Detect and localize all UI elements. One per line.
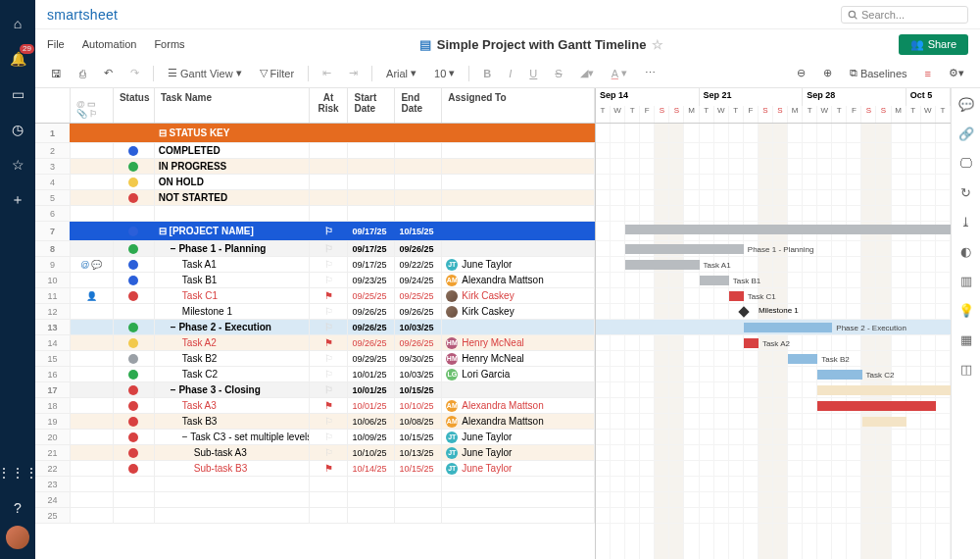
- startdate-cell[interactable]: [348, 477, 395, 491]
- gantt-row[interactable]: [596, 508, 951, 524]
- task-cell[interactable]: COMPLETED: [155, 143, 310, 158]
- idea-icon[interactable]: 💡: [958, 302, 974, 318]
- row-indicators[interactable]: [71, 124, 114, 142]
- atrisk-cell[interactable]: ⚐: [310, 241, 349, 256]
- grid-row[interactable]: 3IN PROGRESS: [35, 159, 595, 175]
- menu-automation[interactable]: Automation: [82, 38, 137, 50]
- enddate-cell[interactable]: [395, 143, 442, 158]
- assigned-cell[interactable]: Kirk Caskey: [442, 304, 595, 319]
- enddate-cell[interactable]: [395, 124, 442, 142]
- row-indicators[interactable]: [71, 351, 114, 366]
- status-cell[interactable]: [114, 288, 155, 303]
- enddate-cell[interactable]: 09/25/25: [395, 288, 442, 303]
- gantt-bar[interactable]: Task B2: [788, 354, 817, 364]
- grid-row[interactable]: 5NOT STARTED: [35, 190, 595, 206]
- status-cell[interactable]: [114, 335, 155, 350]
- enddate-cell[interactable]: 10/15/25: [395, 430, 442, 444]
- atrisk-cell[interactable]: [310, 492, 349, 507]
- status-cell[interactable]: [114, 382, 155, 397]
- row-number[interactable]: 21: [35, 445, 71, 460]
- startdate-cell[interactable]: 09/26/25: [348, 335, 395, 350]
- col-atrisk[interactable]: At Risk: [310, 88, 349, 123]
- undo-icon[interactable]: ↶: [100, 65, 117, 81]
- col-indicators[interactable]: @ ▭ 📎 ⚐: [71, 88, 114, 123]
- bold-icon[interactable]: B: [479, 66, 495, 81]
- gantt-bar[interactable]: Task A1: [625, 260, 699, 270]
- gantt-row[interactable]: [596, 414, 951, 430]
- row-indicators[interactable]: [71, 304, 114, 319]
- task-cell[interactable]: Sub-task A3: [155, 445, 310, 460]
- startdate-cell[interactable]: [348, 175, 395, 189]
- task-cell[interactable]: Task B3: [155, 414, 310, 429]
- folder-icon[interactable]: ▭: [6, 82, 29, 106]
- row-number[interactable]: 11: [35, 288, 71, 303]
- view-switcher[interactable]: ☰ Gantt View ▾: [164, 65, 246, 81]
- row-indicators[interactable]: [71, 492, 114, 507]
- atrisk-cell[interactable]: ⚐: [310, 320, 349, 334]
- gantt-row[interactable]: [596, 159, 951, 175]
- indent-icon[interactable]: ⇥: [345, 65, 362, 81]
- status-cell[interactable]: [114, 257, 155, 272]
- gantt-row[interactable]: [596, 175, 951, 190]
- add-icon[interactable]: ＋: [6, 188, 29, 212]
- row-number[interactable]: 14: [35, 335, 71, 350]
- gantt-row[interactable]: [596, 382, 951, 398]
- startdate-cell[interactable]: 09/26/25: [348, 320, 395, 334]
- task-cell[interactable]: Milestone 1: [155, 304, 310, 319]
- assigned-cell[interactable]: [442, 320, 595, 334]
- atrisk-cell[interactable]: ⚐: [310, 445, 349, 460]
- assigned-cell[interactable]: [442, 175, 595, 189]
- row-indicators[interactable]: [71, 222, 114, 240]
- startdate-cell[interactable]: 10/06/25: [348, 414, 395, 429]
- assigned-cell[interactable]: AMAlexandra Mattson: [442, 273, 595, 287]
- status-cell[interactable]: [114, 367, 155, 381]
- assigned-cell[interactable]: [442, 190, 595, 205]
- gantt-bar[interactable]: Task B1: [700, 276, 729, 285]
- status-cell[interactable]: [114, 206, 155, 221]
- status-cell[interactable]: [114, 492, 155, 507]
- startdate-cell[interactable]: [348, 508, 395, 523]
- assigned-cell[interactable]: [442, 143, 595, 158]
- atrisk-cell[interactable]: [310, 143, 349, 158]
- task-cell[interactable]: − Phase 3 - Closing: [155, 382, 310, 397]
- menu-file[interactable]: File: [47, 38, 65, 50]
- row-number[interactable]: 12: [35, 304, 71, 319]
- row-number[interactable]: 10: [35, 273, 71, 287]
- enddate-cell[interactable]: 10/13/25: [395, 445, 442, 460]
- notifications-icon[interactable]: 🔔29: [6, 47, 29, 71]
- atrisk-cell[interactable]: ⚑: [310, 398, 349, 413]
- gantt-row[interactable]: [596, 124, 951, 143]
- status-cell[interactable]: [114, 508, 155, 523]
- grid-row[interactable]: 4ON HOLD: [35, 175, 595, 190]
- assigned-cell[interactable]: AMAlexandra Mattson: [442, 398, 595, 413]
- row-indicators[interactable]: [71, 508, 114, 523]
- status-cell[interactable]: [114, 398, 155, 413]
- row-number[interactable]: 20: [35, 430, 71, 444]
- status-cell[interactable]: [114, 190, 155, 205]
- task-cell[interactable]: ON HOLD: [155, 175, 310, 189]
- assigned-cell[interactable]: [442, 124, 595, 142]
- task-cell[interactable]: − Task C3 - set multiple levels: [155, 430, 310, 444]
- atrisk-cell[interactable]: ⚑: [310, 288, 349, 303]
- task-cell[interactable]: Task A2: [155, 335, 310, 350]
- enddate-cell[interactable]: 10/15/25: [395, 461, 442, 476]
- gantt-row[interactable]: Milestone 1: [596, 304, 951, 320]
- gantt-row[interactable]: Task C1: [596, 288, 951, 304]
- gantt-row[interactable]: [596, 492, 951, 508]
- enddate-cell[interactable]: 10/15/25: [395, 382, 442, 397]
- row-number[interactable]: 7: [35, 222, 71, 240]
- assigned-cell[interactable]: JTJune Taylor: [442, 461, 595, 476]
- atrisk-cell[interactable]: ⚑: [310, 335, 349, 350]
- assigned-cell[interactable]: [442, 477, 595, 491]
- row-number[interactable]: 13: [35, 320, 71, 334]
- status-cell[interactable]: [114, 143, 155, 158]
- row-number[interactable]: 6: [35, 206, 71, 221]
- atrisk-cell[interactable]: ⚐: [310, 304, 349, 319]
- startdate-cell[interactable]: 09/23/25: [348, 273, 395, 287]
- row-indicators[interactable]: @💬: [71, 257, 114, 272]
- task-cell[interactable]: Task B2: [155, 351, 310, 366]
- row-number[interactable]: 3: [35, 159, 71, 174]
- row-number[interactable]: 17: [35, 382, 71, 397]
- status-cell[interactable]: [114, 304, 155, 319]
- enddate-cell[interactable]: 10/03/25: [395, 320, 442, 334]
